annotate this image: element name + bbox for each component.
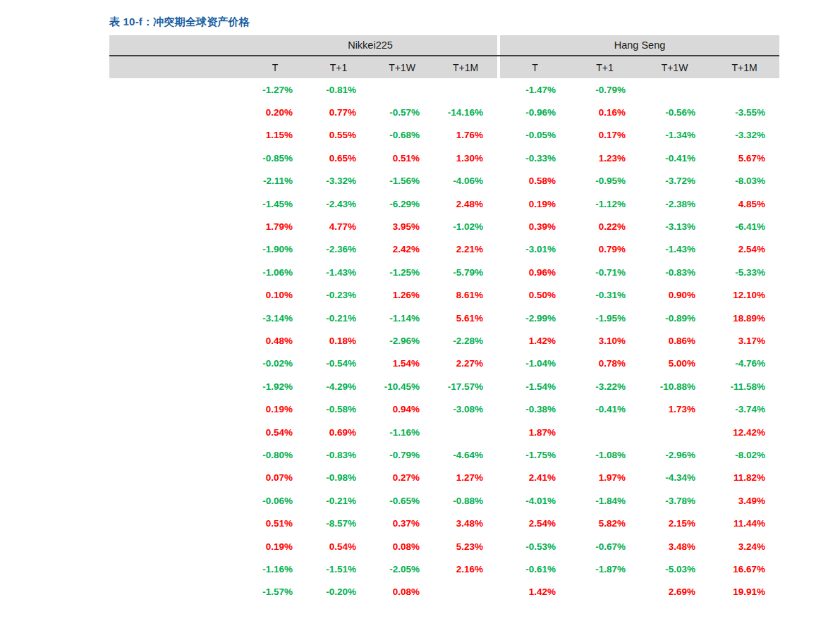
table-cell: -0.83% xyxy=(307,443,370,466)
table-cell: 0.77% xyxy=(307,101,370,123)
row-label-spacer xyxy=(109,558,243,580)
table-cell: -8.03% xyxy=(710,170,779,192)
table-cell: 3.10% xyxy=(570,329,640,352)
table-cell: -6.41% xyxy=(710,215,779,238)
table-cell: 0.18% xyxy=(307,329,370,352)
table-cell: 1.42% xyxy=(500,329,570,352)
table-cell: -0.79% xyxy=(570,78,640,101)
table-cell: -1.92% xyxy=(243,375,307,398)
row-label-spacer xyxy=(109,147,243,169)
table-cell: -3.78% xyxy=(640,489,710,512)
table-cell: -4.76% xyxy=(710,352,779,375)
table-cell: -0.89% xyxy=(640,307,710,329)
table-cell: 0.58% xyxy=(500,170,570,192)
table-cell: 0.07% xyxy=(243,467,307,489)
table-row: -1.57%-0.20%0.08%1.42%2.69%19.91% xyxy=(109,581,779,603)
table-cell: -2.28% xyxy=(434,329,497,352)
table-row: -1.45%-2.43%-6.29%2.48%0.19%-1.12%-2.38%… xyxy=(109,192,779,215)
table-cell: 0.55% xyxy=(307,124,370,147)
table-cell xyxy=(570,581,640,603)
table-title: 表 10-f：冲突期全球资产价格 xyxy=(109,16,250,29)
table-cell: 1.30% xyxy=(434,147,497,169)
table-cell: 0.37% xyxy=(370,512,434,534)
column-header: T+1M xyxy=(710,56,779,78)
table-cell: -0.56% xyxy=(640,101,710,123)
table-cell: 3.95% xyxy=(370,215,434,238)
table-cell: -1.54% xyxy=(500,375,570,398)
table-cell: 0.10% xyxy=(243,284,307,307)
table-cell: -1.51% xyxy=(307,558,370,580)
group-header-nikkei225: Nikkei225 xyxy=(243,35,497,55)
table-cell xyxy=(640,421,710,443)
table-cell: -1.16% xyxy=(243,558,307,580)
table-cell: -2.96% xyxy=(370,329,434,352)
row-label-spacer xyxy=(109,192,243,215)
table-cell: 2.42% xyxy=(370,238,434,261)
table-cell: -5.03% xyxy=(640,558,710,580)
table-cell: 0.78% xyxy=(570,352,640,375)
table-cell: 19.91% xyxy=(710,581,779,603)
table-cell: 0.94% xyxy=(370,398,434,420)
table-cell: -1.95% xyxy=(570,307,640,329)
table-cell: -0.58% xyxy=(307,398,370,420)
group-header-spacer xyxy=(109,35,243,55)
table-cell: -1.57% xyxy=(243,581,307,603)
table-cell: -1.08% xyxy=(570,443,640,466)
table-cell: 0.51% xyxy=(370,147,434,169)
table-cell: -1.47% xyxy=(500,78,570,101)
table-cell xyxy=(640,78,710,101)
table-cell: 4.77% xyxy=(307,215,370,238)
table-cell: -1.14% xyxy=(370,307,434,329)
table-row: -0.80%-0.83%-0.79%-4.64%-1.75%-1.08%-2.9… xyxy=(109,443,779,466)
table-cell: -3.55% xyxy=(710,101,779,123)
table-cell: -0.80% xyxy=(243,443,307,466)
table-cell: 12.10% xyxy=(710,284,779,307)
table-cell: -1.16% xyxy=(370,421,434,443)
asset-price-table: Nikkei225 Hang Seng TT+1T+1WT+1MTT+1T+1W… xyxy=(109,35,779,603)
table-row: -3.14%-0.21%-1.14%5.61%-2.99%-1.95%-0.89… xyxy=(109,307,779,329)
column-header: T+1W xyxy=(640,56,710,78)
table-cell: 0.39% xyxy=(500,215,570,238)
table-row: -0.06%-0.21%-0.65%-0.88%-4.01%-1.84%-3.7… xyxy=(109,489,779,512)
table-cell: -8.02% xyxy=(710,443,779,466)
table-cell: 3.48% xyxy=(434,512,497,534)
table-cell: 5.67% xyxy=(710,147,779,169)
table-cell: 2.16% xyxy=(434,558,497,580)
table-cell xyxy=(434,421,497,443)
table-cell: -5.79% xyxy=(434,261,497,283)
table-cell: -0.21% xyxy=(307,307,370,329)
table-cell: -2.05% xyxy=(370,558,434,580)
table-cell: 0.54% xyxy=(307,535,370,558)
table-cell: -6.29% xyxy=(370,192,434,215)
table-cell: -1.12% xyxy=(570,192,640,215)
column-header: T xyxy=(500,56,570,78)
table-cell: -3.22% xyxy=(570,375,640,398)
table-row: 0.20%0.77%-0.57%-14.16%-0.96%0.16%-0.56%… xyxy=(109,101,779,123)
table-cell: -1.43% xyxy=(307,261,370,283)
table-cell xyxy=(434,581,497,603)
table-cell: 5.00% xyxy=(640,352,710,375)
table-cell: -1.90% xyxy=(243,238,307,261)
column-header: T+1 xyxy=(307,56,370,78)
table-cell: 0.96% xyxy=(500,261,570,283)
table-row: -2.11%-3.32%-1.56%-4.06%0.58%-0.95%-3.72… xyxy=(109,170,779,192)
column-header: T+1 xyxy=(570,56,640,78)
row-label-spacer xyxy=(109,352,243,375)
table-cell: 0.54% xyxy=(243,421,307,443)
table-row: 1.79%4.77%3.95%-1.02%0.39%0.22%-3.13%-6.… xyxy=(109,215,779,238)
table-cell xyxy=(434,78,497,101)
table-cell: 0.08% xyxy=(370,581,434,603)
table-cell: 1.87% xyxy=(500,421,570,443)
table-cell: -0.20% xyxy=(307,581,370,603)
row-label-spacer xyxy=(109,535,243,558)
table-cell: -0.81% xyxy=(307,78,370,101)
table-cell: 0.19% xyxy=(500,192,570,215)
row-label-spacer xyxy=(109,512,243,534)
table-cell: 5.23% xyxy=(434,535,497,558)
table-cell: -0.68% xyxy=(370,124,434,147)
table-cell: -11.58% xyxy=(710,375,779,398)
table-row: -1.06%-1.43%-1.25%-5.79%0.96%-0.71%-0.83… xyxy=(109,261,779,283)
table-cell: 16.67% xyxy=(710,558,779,580)
table-cell: -4.34% xyxy=(640,467,710,489)
table-cell: -1.84% xyxy=(570,489,640,512)
